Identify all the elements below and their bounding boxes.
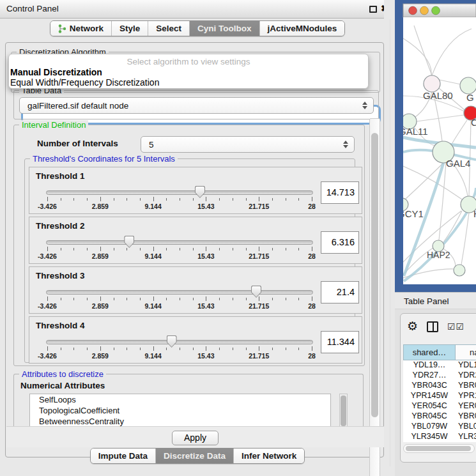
table-row[interactable]: YBR045CYBR0 — [403, 411, 476, 422]
tick — [259, 247, 259, 251]
tick-label: 21.715 — [249, 252, 269, 260]
tick — [246, 298, 247, 300]
tick — [312, 346, 312, 351]
column-header-shared-name[interactable]: shared… — [403, 344, 456, 360]
table-panel-titlebar: Table Panel — [395, 292, 476, 309]
tick-label: 2.859 — [92, 352, 109, 360]
tick — [114, 198, 114, 201]
table-rows[interactable]: YDL19…YDL1YDR27…YDR2YBR043CYBR0YPR145WYP… — [403, 360, 476, 442]
threshold-slider[interactable]: -3.4262.8599.14415.4321.71528 — [46, 317, 313, 364]
table-row[interactable]: YDR27…YDR2 — [403, 371, 476, 381]
column-header-name[interactable]: na — [456, 344, 476, 360]
tick-label: 21.715 — [249, 203, 269, 210]
tick — [114, 348, 114, 350]
tick — [272, 198, 273, 201]
tick — [87, 298, 88, 300]
tick — [180, 198, 180, 201]
tick-label: 9.144 — [144, 252, 161, 260]
attribute-item[interactable]: SelfLoops — [30, 394, 330, 405]
slider-track[interactable] — [46, 240, 313, 245]
slider-tick-labels: -3.4262.8599.14415.4321.71528 — [47, 203, 312, 211]
table-cell: YBR045C — [403, 411, 456, 422]
tab-network[interactable]: Network — [50, 21, 112, 36]
panel-vertical-scrollbar[interactable] — [369, 118, 380, 476]
slider-track[interactable] — [46, 290, 313, 295]
thresholds-group: Threshold's Coordinates for 5 Intervals … — [24, 158, 355, 363]
tab-infer-network[interactable]: Infer Network — [234, 449, 304, 463]
threshold-value-field[interactable]: 21.4 — [321, 281, 359, 303]
tab-label: Infer Network — [242, 451, 296, 461]
tick — [219, 198, 220, 201]
tick-label: 28 — [308, 203, 316, 210]
close-traffic-light[interactable] — [409, 6, 417, 15]
attributes-group: Attributes to discretize Numerical Attri… — [13, 374, 364, 429]
threshold-value-field[interactable]: 11.344 — [321, 331, 359, 353]
tab-label: jActiveMNodules — [268, 24, 337, 33]
popup-item-manual-discretization[interactable]: Manual Discretization — [10, 67, 102, 77]
minimize-traffic-light[interactable] — [420, 6, 429, 15]
bottom-node[interactable] — [454, 265, 465, 276]
table-row[interactable]: YPR145WYPR1 — [403, 391, 476, 401]
num-intervals-combo[interactable]: 5 — [141, 136, 355, 153]
slider-track[interactable] — [46, 340, 313, 344]
tab-label: Discretize Data — [164, 451, 226, 461]
zoom-traffic-light[interactable] — [432, 6, 440, 15]
node-label: G — [466, 92, 474, 103]
tick — [298, 248, 299, 250]
table-row[interactable]: YLR345WYLR3 — [403, 432, 476, 442]
columns-icon[interactable] — [427, 321, 438, 332]
tab-cyni-toolbox[interactable]: Cyni Toolbox — [190, 21, 260, 36]
tick-label: 15.43 — [197, 252, 214, 260]
tick — [140, 198, 141, 201]
tick — [140, 348, 141, 350]
threshold-row: Threshold 1 -3.4262.8599.14415.4321.7152… — [29, 167, 362, 214]
thresholds-group-title: Threshold's Coordinates for 5 Intervals — [30, 154, 178, 164]
interval-definition-group: Interval Definition Number of Intervals … — [13, 125, 365, 366]
attribute-item[interactable]: TopologicalCoefficient — [30, 405, 330, 416]
table-row[interactable]: YDL19…YDL1 — [403, 360, 476, 371]
tick — [100, 296, 101, 301]
table-row[interactable]: YBL079WYBL0 — [403, 422, 476, 432]
tick — [166, 248, 167, 250]
network-view-window[interactable]: GAL80GCGAL11GAL4GCY1HHAP2 — [395, 0, 476, 292]
threshold-row: Threshold 4 -3.4262.8599.14415.4321.7152… — [29, 316, 362, 364]
tab-impute-data[interactable]: Impute Data — [91, 449, 156, 463]
apply-button[interactable]: Apply — [172, 431, 219, 445]
combo-stepper-icon — [343, 141, 348, 148]
threshold-slider[interactable]: -3.4262.8599.14415.4321.71528 — [46, 167, 313, 215]
tab-select[interactable]: Select — [148, 21, 190, 36]
gear-icon[interactable]: ⚙ — [407, 320, 418, 333]
float-window-icon[interactable] — [369, 6, 377, 13]
tick-label: -3.426 — [38, 203, 57, 210]
tab-discretize-data[interactable]: Discretize Data — [156, 449, 234, 463]
tick — [127, 348, 127, 350]
threshold-slider[interactable]: -3.4262.8599.14415.4321.71528 — [46, 267, 313, 314]
tick — [312, 197, 312, 201]
tab-jactivemnodules[interactable]: jActiveMNodules — [260, 21, 345, 36]
threshold-value-field[interactable]: 6.316 — [321, 231, 359, 254]
table-cell: YBR0 — [456, 381, 476, 391]
tick — [206, 346, 206, 351]
tick — [246, 248, 247, 250]
attributes-list-scrollbar[interactable] — [339, 394, 348, 428]
tick — [166, 298, 167, 300]
table-row[interactable]: YER054CYER0 — [403, 401, 476, 411]
tab-style[interactable]: Style — [112, 21, 148, 36]
bottom-tabstrip: Impute DataDiscretize DataInfer Network — [0, 448, 395, 464]
threshold-value-field[interactable]: 14.713 — [321, 181, 359, 204]
attribute-item[interactable]: BetweennessCentrality — [30, 416, 330, 427]
table-row[interactable]: YBR043CYBR0 — [403, 381, 476, 391]
algorithm-popup-hint: Select algorithm to view settings — [9, 57, 368, 66]
threshold-slider[interactable]: -3.4262.8599.14415.4321.71528 — [46, 217, 313, 265]
tick — [47, 197, 48, 201]
tick — [180, 248, 180, 250]
table-cell: YBR043C — [403, 381, 456, 391]
slider-track[interactable] — [46, 190, 313, 195]
numerical-attributes-list[interactable]: SelfLoopsTopologicalCoefficientBetweenne… — [29, 394, 331, 428]
popup-item-equal-width[interactable]: Equal Width/Frequency Discretization — [10, 77, 159, 88]
tick — [127, 298, 127, 300]
table-horizontal-scrollbar[interactable] — [403, 444, 475, 453]
table-data-combo[interactable]: galFiltered.sif default node — [19, 97, 374, 114]
checkbox-checked-icons[interactable]: ☑☑ — [447, 321, 464, 332]
tick-label: 15.43 — [197, 203, 214, 210]
